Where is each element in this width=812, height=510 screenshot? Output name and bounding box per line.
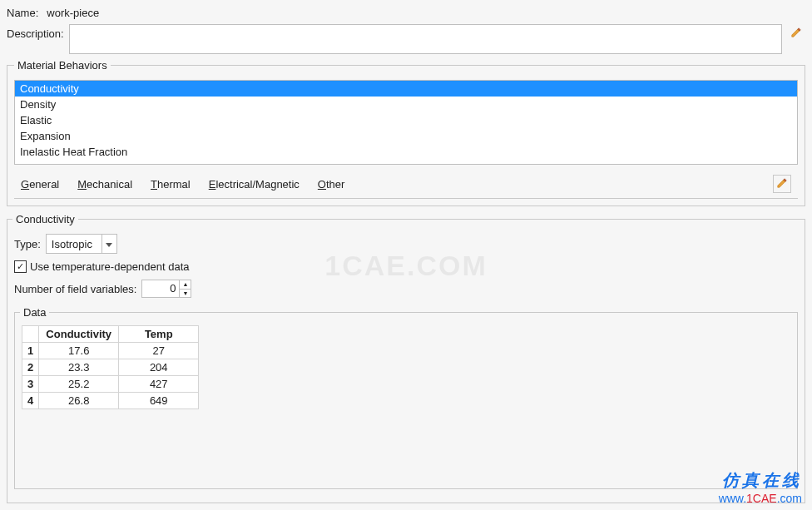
- nfv-down-button[interactable]: ▼: [180, 289, 191, 298]
- pencil-icon: [776, 177, 788, 191]
- name-value: work-piece: [43, 7, 99, 19]
- data-group: Data Conductivity Temp 1 17.6 27 2 23.3 …: [14, 306, 798, 489]
- name-label: Name:: [7, 7, 38, 19]
- behavior-item-inelastic[interactable]: Inelastic Heat Fraction: [15, 144, 797, 160]
- pencil-icon: [790, 27, 802, 41]
- behavior-item-density[interactable]: Density: [15, 97, 797, 112]
- behaviors-list[interactable]: Conductivity Density Elastic Expansion I…: [14, 80, 798, 165]
- edit-description-button[interactable]: [787, 24, 805, 42]
- nfv-up-button[interactable]: ▲: [180, 280, 191, 289]
- behavior-item-expansion[interactable]: Expansion: [15, 128, 797, 144]
- type-dropdown-button[interactable]: [102, 235, 116, 253]
- menu-electrical[interactable]: Electrical/Magnetic: [209, 178, 300, 191]
- chevron-down-icon: ▼: [182, 290, 188, 296]
- nfv-label: Number of field variables:: [14, 283, 136, 295]
- conductivity-group: Conductivity Type: Isotropic ✓ Use tempe…: [7, 213, 805, 503]
- table-row[interactable]: 3 25.2 427: [22, 376, 199, 393]
- data-legend: Data: [20, 306, 49, 319]
- nfv-spinner[interactable]: 0 ▲ ▼: [141, 280, 191, 298]
- temp-dependent-checkbox[interactable]: ✓: [14, 260, 27, 273]
- col-temp: Temp: [119, 326, 199, 343]
- material-behaviors-legend: Material Behaviors: [14, 59, 111, 72]
- menu-mechanical[interactable]: Mechanical: [77, 178, 132, 191]
- col-conductivity: Conductivity: [39, 326, 119, 343]
- table-row[interactable]: 1 17.6 27: [22, 343, 199, 359]
- nfv-value[interactable]: 0: [142, 280, 179, 297]
- material-behaviors-group: Material Behaviors Conductivity Density …: [7, 59, 805, 206]
- data-table[interactable]: Conductivity Temp 1 17.6 27 2 23.3 204 3…: [22, 325, 199, 409]
- type-select[interactable]: Isotropic: [46, 234, 117, 254]
- type-value: Isotropic: [52, 238, 102, 250]
- behavior-item-conductivity[interactable]: Conductivity: [15, 81, 797, 97]
- menu-general[interactable]: General: [21, 178, 59, 191]
- behavior-item-elastic[interactable]: Elastic: [15, 112, 797, 128]
- edit-behaviors-button[interactable]: [773, 175, 791, 193]
- table-row[interactable]: 4 26.8 649: [22, 393, 199, 409]
- menu-other[interactable]: Other: [318, 178, 345, 191]
- menu-thermal[interactable]: Thermal: [151, 178, 191, 191]
- chevron-down-icon: [106, 238, 112, 250]
- description-label: Description:: [7, 24, 64, 40]
- type-label: Type:: [14, 238, 41, 250]
- check-icon: ✓: [17, 262, 24, 271]
- table-row[interactable]: 2 23.3 204: [22, 359, 199, 376]
- chevron-up-icon: ▲: [182, 281, 188, 287]
- conductivity-legend: Conductivity: [12, 213, 78, 225]
- temp-dependent-label: Use temperature-dependent data: [30, 260, 190, 273]
- description-input[interactable]: [69, 24, 782, 54]
